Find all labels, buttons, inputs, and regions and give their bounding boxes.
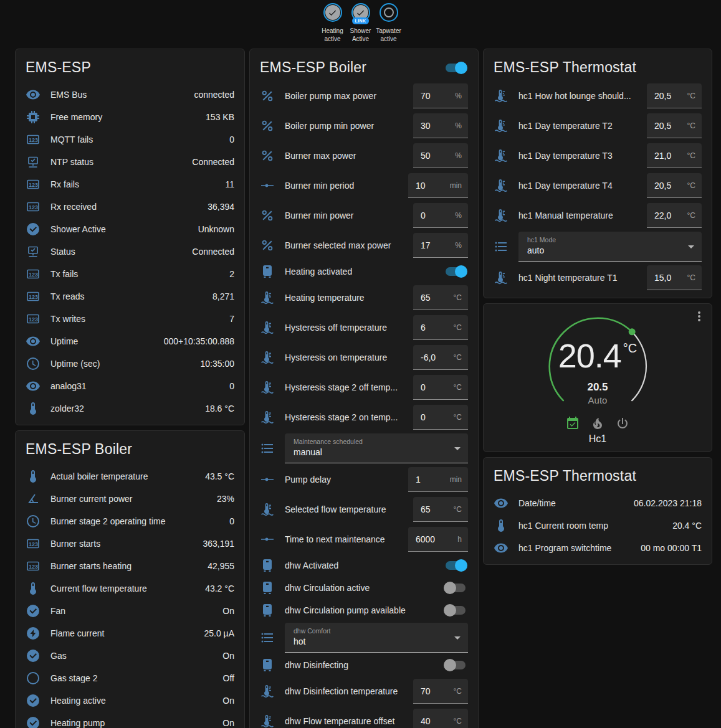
control-label: Selected flow temperature bbox=[285, 504, 413, 514]
entity-row-ntp-status[interactable]: NTP statusConnected bbox=[16, 151, 244, 173]
number-input[interactable]: 6°C bbox=[413, 315, 468, 340]
water-thermometer-icon bbox=[494, 208, 509, 223]
entity-row-hc1-current-room-temp[interactable]: hc1 Current room temp20.4 °C bbox=[484, 514, 712, 537]
entity-label: Burner starts bbox=[50, 539, 100, 549]
number-input[interactable]: 1min bbox=[408, 467, 468, 492]
entity-label: Uptime (sec) bbox=[50, 359, 100, 369]
toggle-dhw-circulation-pump-available[interactable] bbox=[446, 606, 466, 615]
entity-row-burner-stage-2-operating-time[interactable]: Burner stage 2 operating time0 bbox=[16, 510, 244, 532]
entity-row-zolder32[interactable]: zolder3218.6 °C bbox=[16, 397, 244, 420]
toggle-thumb bbox=[455, 62, 467, 74]
number-unit: % bbox=[455, 151, 462, 160]
entity-row-ems-bus[interactable]: EMS Busconnected bbox=[16, 83, 244, 106]
card-master-toggle[interactable] bbox=[446, 64, 466, 72]
number-input[interactable]: 0% bbox=[413, 203, 468, 228]
mode-button-auto[interactable] bbox=[565, 416, 580, 431]
number-value: 20,5 bbox=[654, 121, 671, 131]
entity-label: NTP status bbox=[50, 157, 93, 167]
control-row-boiler-pump-min-power: Boiler pump min power30% bbox=[250, 111, 478, 141]
entity-row-status[interactable]: StatusConnected bbox=[16, 240, 244, 263]
number-input[interactable]: 10min bbox=[408, 173, 468, 198]
entity-row-hc1-program-switchtime[interactable]: hc1 Program switchtime00 mo 00:00 T1 bbox=[484, 537, 712, 559]
number-value: 17 bbox=[421, 240, 431, 250]
number-input[interactable]: 65°C bbox=[413, 497, 468, 522]
entity-row-rx-fails[interactable]: 123Rx fails11 bbox=[16, 173, 244, 196]
card-ems-esp-thermostat: EMS-ESP Thermostathc1 How hot lounge sho… bbox=[483, 49, 712, 298]
entity-row-burner-current-power[interactable]: Burner current power23% bbox=[16, 488, 244, 510]
number-value: 22,0 bbox=[654, 210, 671, 220]
number-unit: °C bbox=[454, 383, 462, 392]
number-input[interactable]: 0°C bbox=[413, 405, 468, 430]
number-input[interactable]: 15,0°C bbox=[647, 265, 702, 290]
entity-row-analog31[interactable]: analog310 bbox=[16, 375, 244, 397]
entity-row-shower-active[interactable]: Shower ActiveUnknown bbox=[16, 218, 244, 240]
toggle-dhw-circulation-active[interactable] bbox=[446, 584, 466, 592]
number-input[interactable]: -6,0°C bbox=[413, 345, 468, 370]
entity-row-gas[interactable]: GasOn bbox=[16, 645, 244, 667]
entity-label: Date/time bbox=[518, 498, 556, 508]
badge-circle: LINK bbox=[351, 3, 370, 22]
number-input[interactable]: 40°C bbox=[413, 709, 468, 728]
number-input[interactable]: 20,5°C bbox=[647, 113, 702, 138]
entity-row-heating-active[interactable]: Heating activeOn bbox=[16, 689, 244, 712]
toggle-heating-activated[interactable] bbox=[446, 267, 466, 276]
number-input[interactable]: 6000h bbox=[408, 527, 468, 552]
control-row-time-to-next-maintenance: Time to next maintenance6000h bbox=[250, 524, 478, 554]
kebab-menu-button[interactable] bbox=[692, 309, 707, 324]
entity-label: Tx writes bbox=[50, 314, 85, 324]
select-dhw-comfort[interactable]: dhw Comforthot bbox=[285, 623, 468, 653]
entity-row-fan[interactable]: FanOn bbox=[16, 600, 244, 622]
number-input[interactable]: 30% bbox=[413, 113, 468, 138]
entity-row-actual-boiler-temperature[interactable]: Actual boiler temperature43.5 °C bbox=[16, 465, 244, 488]
entity-row-mqtt-fails[interactable]: 123MQTT fails0 bbox=[16, 128, 244, 151]
card-ems-esp: EMS-ESPEMS BusconnectedFree memory153 KB… bbox=[15, 49, 245, 425]
number-input[interactable]: 20,5°C bbox=[647, 173, 702, 198]
entity-row-date-time[interactable]: Date/time06.02.2023 21:18 bbox=[484, 492, 712, 514]
entity-label: Uptime bbox=[50, 336, 78, 346]
number-input[interactable]: 70% bbox=[413, 83, 468, 108]
entity-label: analog31 bbox=[50, 381, 87, 391]
entity-label: hc1 Current room temp bbox=[518, 521, 608, 531]
entity-row-uptime-sec[interactable]: Uptime (sec)10:35:00 bbox=[16, 352, 244, 375]
entity-row-burner-starts[interactable]: 123Burner starts363,191 bbox=[16, 532, 244, 555]
entity-row-tx-fails[interactable]: 123Tx fails2 bbox=[16, 263, 244, 285]
entity-row-current-flow-temperature[interactable]: Current flow temperature43.2 °C bbox=[16, 577, 244, 600]
water-thermometer-icon bbox=[494, 118, 509, 133]
number-input[interactable]: 22,0°C bbox=[647, 203, 702, 228]
card-header: EMS-ESP Boiler bbox=[250, 49, 478, 81]
control-label: Boiler pump max power bbox=[285, 91, 413, 101]
counter-icon: 123 bbox=[26, 559, 41, 574]
header-badge-tapwater-active[interactable]: Tapwater active bbox=[375, 3, 403, 49]
card-title: EMS-ESP Thermostat bbox=[494, 59, 636, 76]
number-input[interactable]: 17% bbox=[413, 233, 468, 258]
entity-row-burner-starts-heating[interactable]: 123Burner starts heating42,955 bbox=[16, 555, 244, 577]
percent-icon bbox=[260, 238, 275, 253]
select-hc1-mode[interactable]: hc1 Modeauto bbox=[518, 232, 702, 262]
header-badge-shower-active[interactable]: LINKShower Active bbox=[347, 3, 375, 49]
toggle-dhw-disinfecting[interactable] bbox=[446, 661, 466, 669]
select-maintenance-scheduled[interactable]: Maintenance scheduledmanual bbox=[285, 433, 468, 463]
entity-row-tx-reads[interactable]: 123Tx reads8,271 bbox=[16, 285, 244, 308]
number-input[interactable]: 20,5°C bbox=[647, 83, 702, 108]
mode-button-off[interactable] bbox=[615, 416, 630, 431]
entity-row-gas-stage-2[interactable]: Gas stage 2Off bbox=[16, 667, 244, 689]
control-row-dhw-comfort: dhw Comforthot bbox=[250, 622, 478, 654]
entity-row-heating-pump[interactable]: Heating pumpOn bbox=[16, 712, 244, 728]
control-label: Pump delay bbox=[285, 475, 408, 485]
mode-button-heat[interactable] bbox=[590, 416, 605, 431]
header-badge-heating-active[interactable]: Heating active bbox=[319, 3, 346, 49]
number-value: 70 bbox=[421, 91, 431, 101]
mode-buttons bbox=[484, 416, 712, 431]
counter-icon: 123 bbox=[26, 311, 41, 326]
number-input[interactable]: 21,0°C bbox=[647, 143, 702, 168]
number-input[interactable]: 65°C bbox=[413, 285, 468, 310]
entity-row-rx-received[interactable]: 123Rx received36,394 bbox=[16, 196, 244, 218]
toggle-dhw-activated[interactable] bbox=[446, 561, 466, 570]
number-input[interactable]: 0°C bbox=[413, 375, 468, 400]
entity-row-tx-writes[interactable]: 123Tx writes7 bbox=[16, 308, 244, 330]
number-input[interactable]: 70°C bbox=[413, 679, 468, 704]
number-input[interactable]: 50% bbox=[413, 143, 468, 168]
entity-row-uptime[interactable]: Uptime000+10:35:00.888 bbox=[16, 330, 244, 352]
entity-row-free-memory[interactable]: Free memory153 KB bbox=[16, 106, 244, 128]
entity-row-flame-current[interactable]: Flame current25.0 µA bbox=[16, 622, 244, 645]
